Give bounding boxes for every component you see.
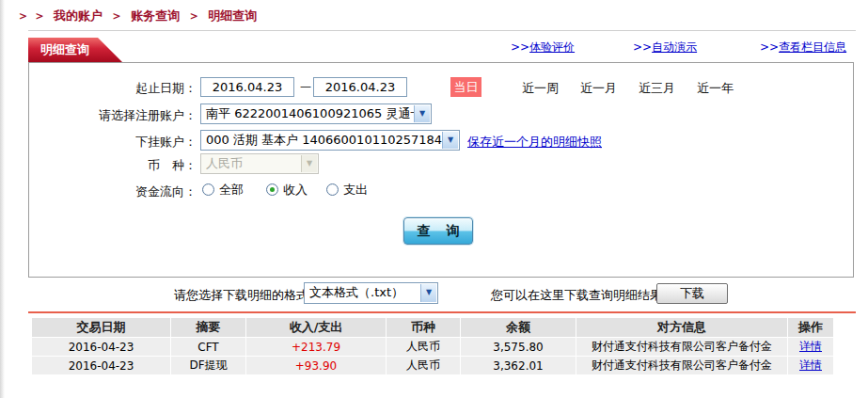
link-prefix: >> xyxy=(760,40,779,54)
breadcrumb-item-account-query[interactable]: 账务查询 xyxy=(131,8,180,23)
tab-detail-query[interactable]: 明细查询 xyxy=(28,38,122,62)
flow-option-label: 全部 xyxy=(219,183,244,197)
download-hint-text: 您可以在这里下载查询明细结果 xyxy=(491,287,662,304)
col-header-counterparty: 对方信息 xyxy=(576,318,787,337)
end-date-input[interactable] xyxy=(313,77,407,97)
cell-action: 详情 xyxy=(788,338,833,356)
radio-icon xyxy=(326,183,339,196)
fund-flow-label: 资金流向： xyxy=(29,183,197,200)
link-prefix: >> xyxy=(511,40,529,54)
range-last-month-button[interactable]: 近一月 xyxy=(580,80,617,97)
detail-link[interactable]: 详情 xyxy=(799,358,822,372)
cell-balance: 3,362.01 xyxy=(461,357,576,374)
breadcrumb-item-detail-query[interactable]: 明细查询 xyxy=(208,8,257,23)
query-form-panel: 起止日期： — 当日 近一周 近一月 近三月 近一年 请选择注册账户： 南平 6… xyxy=(28,62,854,278)
flow-option-label: 支出 xyxy=(343,183,368,197)
registered-account-select[interactable]: 南平 6222001406100921065 灵通卡 ▼ xyxy=(200,103,432,124)
chevron-down-icon: ▼ xyxy=(442,132,458,149)
sub-account-select[interactable]: 000 活期 基本户 1406600101102571848 ▼ xyxy=(200,130,460,151)
cell-currency: 人民币 xyxy=(387,338,460,356)
sub-account-label: 下挂账户： xyxy=(29,134,197,151)
today-badge-button[interactable]: 当日 xyxy=(450,77,481,97)
cell-summary: CFT xyxy=(171,338,245,356)
start-date-input[interactable] xyxy=(200,77,294,97)
flow-option-label: 收入 xyxy=(283,183,308,197)
query-button[interactable]: 查 询 xyxy=(403,217,473,245)
radio-icon xyxy=(202,183,214,196)
chevron-down-icon: ▼ xyxy=(420,284,436,302)
range-last-week-button[interactable]: 近一周 xyxy=(522,80,559,97)
link-label: 查看栏目信息 xyxy=(779,40,846,54)
column-info-link[interactable]: >>查看栏目信息 xyxy=(760,40,846,56)
page: ＞ ＞ 我的账户 ＞ 账务查询 ＞ 明细查询 明细查询 >>体验评价 >>自动演… xyxy=(0,0,868,398)
col-header-date: 交易日期 xyxy=(32,318,170,337)
auto-demo-link[interactable]: >>自动演示 xyxy=(633,40,697,56)
link-label: 体验评价 xyxy=(529,40,575,54)
experience-rating-link[interactable]: >>体验评价 xyxy=(511,40,575,56)
date-range-label: 起止日期： xyxy=(29,80,197,97)
currency-label: 币 种： xyxy=(29,157,197,174)
cell-summary: DF提现 xyxy=(171,357,245,374)
transaction-table: 交易日期 摘要 收入/支出 币种 余额 对方信息 操作 2016-04-23 C… xyxy=(31,317,834,375)
header-divider xyxy=(28,30,856,31)
radio-selected-icon xyxy=(266,183,278,196)
breadcrumb-item-my-account[interactable]: 我的账户 xyxy=(54,8,103,23)
breadcrumb-separator: ＞ xyxy=(188,8,200,23)
breadcrumb: ＞ ＞ 我的账户 ＞ 账务查询 ＞ 明细查询 xyxy=(17,8,260,24)
cell-date: 2016-04-23 xyxy=(32,357,170,374)
download-format-label: 请您选择下载明细的格式 xyxy=(174,287,308,304)
cell-counterparty: 财付通支付科技有限公司客户备付金 xyxy=(576,338,787,356)
currency-select-disabled: 人民币 ▼ xyxy=(200,153,319,174)
col-header-summary: 摘要 xyxy=(171,318,245,337)
flow-radio-expense[interactable]: 支出 xyxy=(326,182,368,199)
registered-account-label: 请选择注册账户： xyxy=(29,107,197,124)
col-header-currency: 币种 xyxy=(387,318,460,337)
registered-account-value: 南平 6222001406100921065 灵通卡 xyxy=(206,106,422,120)
detail-link[interactable]: 详情 xyxy=(799,340,822,353)
page-edge-shadow xyxy=(0,0,5,398)
link-label: 自动演示 xyxy=(652,40,697,54)
download-button[interactable]: 下载 xyxy=(656,283,728,304)
col-header-action: 操作 xyxy=(788,318,833,337)
col-header-balance: 余额 xyxy=(461,318,576,337)
table-top-divider xyxy=(28,311,856,313)
breadcrumb-prefix: ＞ ＞ xyxy=(17,8,46,23)
cell-amount: +213.79 xyxy=(246,338,386,356)
flow-radio-income[interactable]: 收入 xyxy=(266,182,308,199)
table-row: 2016-04-23 DF提现 +93.90 人民币 3,362.01 财付通支… xyxy=(32,357,833,374)
sub-account-value: 000 活期 基本户 1406600101102571848 xyxy=(206,133,450,147)
download-format-select[interactable]: 文本格式（.txt） ▼ xyxy=(304,282,438,304)
range-last-3-months-button[interactable]: 近三月 xyxy=(639,80,675,97)
table-header-row: 交易日期 摘要 收入/支出 币种 余额 对方信息 操作 xyxy=(32,318,833,337)
cell-amount: +93.90 xyxy=(246,357,386,374)
col-header-amount: 收入/支出 xyxy=(246,318,386,337)
cell-counterparty: 财付通支付科技有限公司客户备付金 xyxy=(576,357,787,374)
table-row: 2016-04-23 CFT +213.79 人民币 3,575.80 财付通支… xyxy=(32,338,833,356)
link-prefix: >> xyxy=(633,40,652,54)
cell-date: 2016-04-23 xyxy=(32,338,170,356)
save-snapshot-link[interactable]: 保存近一个月的明细快照 xyxy=(467,134,602,151)
chevron-down-icon: ▼ xyxy=(301,155,317,172)
currency-value: 人民币 xyxy=(206,156,243,170)
cell-currency: 人民币 xyxy=(387,357,460,374)
date-separator: — xyxy=(300,80,311,93)
cell-action: 详情 xyxy=(788,357,833,374)
chevron-down-icon: ▼ xyxy=(414,105,430,122)
breadcrumb-separator: ＞ xyxy=(111,8,123,23)
cell-balance: 3,575.80 xyxy=(461,338,576,356)
download-format-value: 文本格式（.txt） xyxy=(309,285,403,299)
range-last-year-button[interactable]: 近一年 xyxy=(697,80,734,97)
flow-radio-all[interactable]: 全部 xyxy=(202,182,244,199)
